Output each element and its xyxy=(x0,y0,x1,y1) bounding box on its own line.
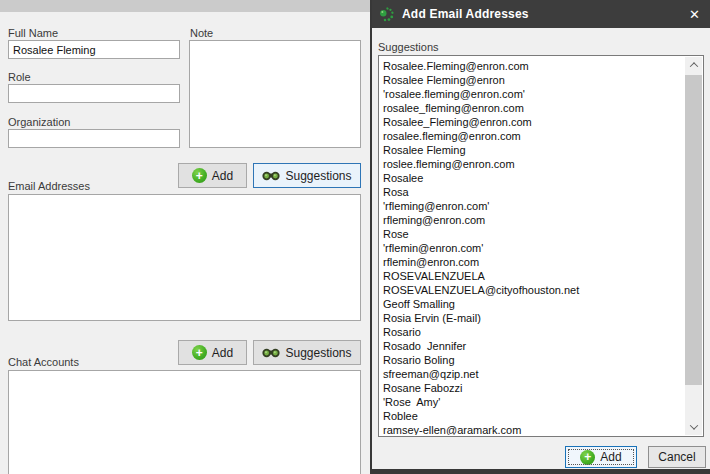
dialog-titlebar: Add Email Addresses ✕ xyxy=(370,0,710,28)
chat-suggestions-label: Suggestions xyxy=(285,346,351,360)
suggestion-list-item[interactable]: Rosalee_Fleming@enron.com xyxy=(383,115,685,129)
scrollbar-thumb[interactable] xyxy=(685,75,702,385)
suggestion-list-item[interactable]: ramsey-ellen@aramark.com xyxy=(383,423,685,435)
suggestion-list-item[interactable]: Rosane Fabozzi xyxy=(383,381,685,395)
suggestion-list-item[interactable]: rflemin@enron.com xyxy=(383,255,685,269)
add-plus-icon: + xyxy=(192,168,207,183)
chat-accounts-list[interactable] xyxy=(8,370,361,474)
email-suggestions-label: Suggestions xyxy=(285,169,351,183)
suggestion-list-item[interactable]: Rosalee xyxy=(383,171,685,185)
suggestion-list-item[interactable]: 'rfleming@enron.com' xyxy=(383,199,685,213)
chevron-up-icon xyxy=(689,62,697,70)
scrollbar[interactable] xyxy=(685,57,702,435)
chat-add-button[interactable]: + Add xyxy=(178,340,247,365)
suggestion-list-item[interactable]: Rosario xyxy=(383,325,685,339)
full-name-label: Full Name xyxy=(8,27,58,39)
suggestion-list-item[interactable]: Rosia Ervin (E-mail) xyxy=(383,311,685,325)
add-plus-icon: + xyxy=(580,450,595,465)
chat-suggestions-button[interactable]: Suggestions xyxy=(253,340,361,365)
dialog-bottom-border xyxy=(370,469,710,474)
suggestion-list-item[interactable]: Rosado Jennifer xyxy=(383,339,685,353)
suggestion-list-item[interactable]: ROSEVALENZUELA xyxy=(383,269,685,283)
dialog-add-label: Add xyxy=(600,450,621,464)
contact-dots-icon xyxy=(379,7,394,22)
suggestion-list-item[interactable]: rosalee.fleming@enron.com xyxy=(383,129,685,143)
suggestions-listbox[interactable]: Rosalee.Fleming@enron.comRosalee Fleming… xyxy=(378,55,704,437)
dialog-cancel-label: Cancel xyxy=(658,450,695,464)
suggestion-list-item[interactable]: Rose xyxy=(383,227,685,241)
email-addresses-list[interactable] xyxy=(8,194,361,321)
suggestion-list-item[interactable]: 'rosalee.fleming@enron.com' xyxy=(383,87,685,101)
role-input[interactable] xyxy=(8,84,180,103)
suggestion-list-item[interactable]: Rosalee.Fleming@enron.com xyxy=(383,59,685,73)
role-label: Role xyxy=(8,71,31,83)
dialog-cancel-button[interactable]: Cancel xyxy=(648,446,706,468)
email-add-button[interactable]: + Add xyxy=(178,163,247,188)
add-email-addresses-dialog: Add Email Addresses ✕ Suggestions Rosale… xyxy=(370,0,710,474)
suggestion-list-item[interactable]: Rosalee Fleming@enron xyxy=(383,73,685,87)
suggestion-list-item[interactable]: Rosario Boling xyxy=(383,353,685,367)
close-icon[interactable]: ✕ xyxy=(689,8,700,21)
binoculars-icon xyxy=(262,347,280,359)
note-textarea[interactable] xyxy=(189,40,361,148)
note-label: Note xyxy=(190,27,213,39)
binoculars-icon xyxy=(262,170,280,182)
dialog-add-button[interactable]: + Add xyxy=(565,446,637,468)
suggestion-list-item[interactable]: 'rflemin@enron.com' xyxy=(383,241,685,255)
email-add-label: Add xyxy=(212,169,233,183)
chat-accounts-label: Chat Accounts xyxy=(8,356,79,368)
organization-label: Organization xyxy=(8,116,70,128)
chat-add-label: Add xyxy=(212,346,233,360)
suggestion-list-item[interactable]: rfleming@enron.com xyxy=(383,213,685,227)
suggestions-items: Rosalee.Fleming@enron.comRosalee Fleming… xyxy=(380,57,685,435)
suggestion-list-item[interactable]: Geoff Smalling xyxy=(383,297,685,311)
scroll-down-button[interactable] xyxy=(685,419,702,435)
scroll-up-button[interactable] xyxy=(685,57,702,73)
dialog-title: Add Email Addresses xyxy=(402,7,529,21)
suggestion-list-item[interactable]: Rosa xyxy=(383,185,685,199)
suggestion-list-item[interactable]: 'Rose Amy' xyxy=(383,395,685,409)
suggestion-list-item[interactable]: roslee.fleming@enron.com xyxy=(383,157,685,171)
email-addresses-label: Email Addresses xyxy=(8,180,90,192)
email-suggestions-button[interactable]: Suggestions xyxy=(253,163,361,188)
suggestion-list-item[interactable]: ROSEVALENZUELA@cityofhouston.net xyxy=(383,283,685,297)
chevron-down-icon xyxy=(689,421,697,429)
add-plus-icon: + xyxy=(192,345,207,360)
suggestion-list-item[interactable]: rosalee_fleming@enron.com xyxy=(383,101,685,115)
suggestion-list-item[interactable]: Roblee xyxy=(383,409,685,423)
organization-input[interactable] xyxy=(8,129,180,148)
dialog-left-border xyxy=(370,0,372,474)
suggestion-list-item[interactable]: Rosalee Fleming xyxy=(383,143,685,157)
dialog-suggestions-label: Suggestions xyxy=(378,41,439,53)
suggestion-list-item[interactable]: sfreeman@qzip.net xyxy=(383,367,685,381)
full-name-input[interactable] xyxy=(8,40,180,59)
